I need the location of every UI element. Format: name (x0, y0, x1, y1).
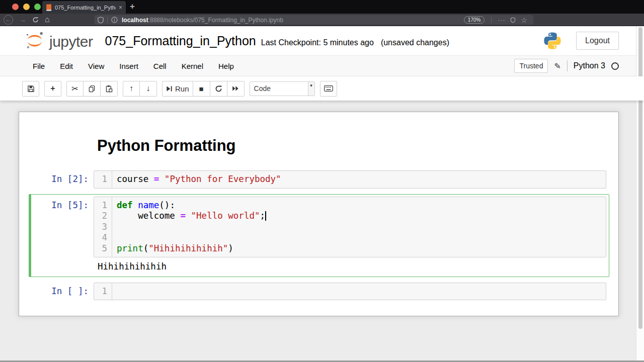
page-actions-icon[interactable]: ··· (498, 17, 505, 24)
menu-item-kernel[interactable]: Kernel (174, 62, 211, 70)
menu-item-file[interactable]: File (25, 62, 52, 70)
markdown-cell[interactable]: Python Formatting (29, 126, 609, 165)
code-lines[interactable] (112, 283, 606, 300)
site-info-icon[interactable] (111, 17, 118, 23)
trusted-button[interactable]: Trusted (514, 59, 548, 73)
output-area: Hihihihihihih (34, 260, 606, 275)
code-cell-1[interactable]: In [2]: 1 course = "Python for Everybody… (29, 168, 609, 191)
keyboard-icon (324, 85, 333, 92)
browser-navbar: ← → ⌂ localhost:8888/notebooks/075_Forma… (0, 14, 644, 26)
home-icon[interactable]: ⌂ (45, 16, 50, 24)
paste-cell-button[interactable] (101, 81, 118, 97)
run-icon (166, 85, 173, 92)
code-lines[interactable]: def name(): welcome = "Hello world"; pri… (112, 197, 606, 257)
menu-item-insert[interactable]: Insert (112, 62, 146, 70)
jupyter-page: jupyter 075_Formatting_in_Python Last Ch… (0, 26, 644, 362)
browser-tab[interactable]: 075_Formatting_in_Python - Ju × (42, 1, 126, 14)
input-prompt: In [5]: (34, 197, 94, 258)
notebook-title[interactable]: 075_Formatting_in_Python (105, 34, 256, 48)
url-text[interactable]: localhost:8888/notebooks/075_Formatting_… (122, 17, 464, 24)
line-number-gutter: 1 (94, 171, 112, 188)
input-prompt: In [ ]: (34, 283, 94, 301)
urlbar-separator (107, 17, 108, 23)
screen: 075_Formatting_in_Python - Ju × + ← → ⌂ … (0, 0, 644, 362)
menu-item-view[interactable]: View (80, 62, 112, 70)
copy-icon (88, 85, 96, 93)
code-cell-2-selected[interactable]: In [5]: 12345 def name(): welcome = "Hel… (29, 194, 609, 277)
save-to-pocket-icon[interactable] (510, 17, 516, 23)
markdown-rendered: Python Formatting (94, 129, 236, 162)
jupyter-header: jupyter 075_Formatting_in_Python Last Ch… (0, 26, 644, 55)
input-prompt: In [2]: (34, 170, 94, 189)
minimize-window-button[interactable] (23, 4, 30, 10)
jupyter-logo[interactable]: jupyter (24, 30, 93, 51)
cell-type-select[interactable]: Code ▾ (250, 81, 315, 96)
code-editor[interactable]: 12345 def name(): welcome = "Hello world… (94, 197, 606, 258)
run-button[interactable]: Run (162, 81, 193, 97)
restart-kernel-button[interactable] (210, 81, 227, 97)
markdown-prompt-spacer (34, 129, 94, 162)
menu-divider (567, 60, 568, 71)
interrupt-kernel-button[interactable]: ■ (193, 81, 210, 97)
scrollbar-thumb[interactable] (638, 27, 642, 329)
url-path: :8888/notebooks/075_Formatting_in_Python… (148, 17, 283, 24)
url-host: localhost (122, 17, 148, 24)
cut-cell-button[interactable]: ✂ (66, 81, 84, 97)
menu-item-help[interactable]: Help (211, 62, 242, 70)
run-label: Run (175, 84, 189, 93)
kernel-name: Python 3 (574, 61, 605, 70)
add-cell-button[interactable]: + (44, 81, 61, 97)
logout-button[interactable]: Logout (576, 32, 619, 50)
notebook-toolbar: + ✂ ↑ ↓ Run ■ (0, 76, 644, 101)
browser-titlebar: 075_Formatting_in_Python - Ju × + (0, 0, 644, 14)
line-number-gutter: 12345 (94, 197, 112, 257)
menu-item-edit[interactable]: Edit (52, 62, 80, 70)
code-editor[interactable]: 1 course = "Python for Everybody" (94, 170, 606, 189)
command-palette-button[interactable] (320, 81, 337, 97)
notebook-container: Python Formatting In [2]: 1 course = "Py… (19, 112, 619, 316)
fast-forward-icon (232, 85, 239, 92)
back-icon[interactable]: ← (4, 15, 13, 25)
output-text: Hihihihihihih (94, 260, 167, 275)
forward-icon[interactable]: → (19, 16, 26, 23)
menu-items: FileEditViewInsertCellKernelHelp (25, 62, 242, 70)
restart-run-all-button[interactable] (227, 81, 245, 97)
tab-title: 075_Formatting_in_Python - Ju (55, 5, 116, 11)
move-cell-up-button[interactable]: ↑ (123, 81, 140, 97)
edit-pencil-icon[interactable]: ✎ (554, 61, 560, 71)
zoom-window-button[interactable] (34, 4, 41, 10)
checkpoint-status: Last Checkpoint: 5 minutes ago (261, 38, 374, 47)
copy-cell-button[interactable] (84, 81, 101, 97)
notebook-heading: Python Formatting (97, 129, 236, 162)
tab-favicon-notebook-icon (46, 4, 52, 11)
notebook-scroll-area: Python Formatting In [2]: 1 course = "Py… (0, 101, 644, 316)
zoom-level-badge[interactable]: 170% (464, 16, 485, 24)
close-window-button[interactable] (12, 4, 19, 10)
reload-icon[interactable] (32, 17, 39, 23)
unsaved-changes-status: (unsaved changes) (381, 38, 449, 47)
python-logo-icon (543, 31, 562, 50)
code-lines[interactable]: course = "Python for Everybody" (112, 171, 606, 188)
new-tab-button[interactable]: + (130, 2, 135, 12)
jupyter-logo-icon (24, 30, 45, 51)
line-number-gutter: 1 (94, 283, 112, 300)
output-prompt-spacer (34, 260, 94, 275)
kernel-idle-indicator-icon (611, 62, 619, 70)
code-editor[interactable]: 1 (94, 283, 606, 301)
menu-item-cell[interactable]: Cell (146, 62, 174, 70)
restart-icon (215, 85, 222, 93)
move-cell-down-button[interactable]: ↓ (140, 81, 157, 97)
save-button[interactable] (22, 81, 39, 97)
cell-type-value: Code (250, 84, 308, 93)
tab-close-icon[interactable]: × (119, 5, 122, 11)
paste-icon (105, 85, 113, 93)
save-icon (27, 85, 35, 93)
window-controls (12, 4, 41, 10)
urlbar-separator-2 (491, 17, 492, 23)
menubar: FileEditViewInsertCellKernelHelp Trusted… (0, 55, 644, 76)
url-bar[interactable]: localhost:8888/notebooks/075_Formatting_… (95, 15, 533, 25)
permissions-shield-icon[interactable] (98, 17, 104, 24)
bookmark-star-icon[interactable]: ☆ (521, 16, 528, 24)
code-cell-3-empty[interactable]: In [ ]: 1 (29, 280, 609, 303)
jupyter-logo-text: jupyter (49, 33, 93, 50)
